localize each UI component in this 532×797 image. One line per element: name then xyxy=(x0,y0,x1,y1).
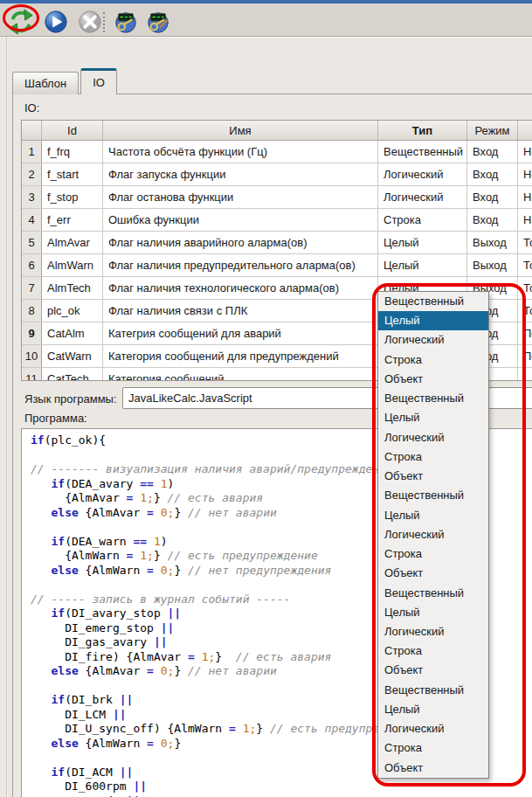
cell-name[interactable]: Флаг наличия аварийного аларма(ов) xyxy=(103,232,378,253)
dropdown-item[interactable]: Логический xyxy=(378,428,488,447)
cell-id[interactable]: f_frq xyxy=(42,141,103,163)
type-dropdown-list[interactable]: ВещественныйЦелыйЛогическийСтрокаОбъектВ… xyxy=(377,291,489,779)
function-tools-button[interactable] xyxy=(112,8,140,36)
dropdown-item[interactable]: Строка xyxy=(378,447,488,467)
cell-attr[interactable]: По xyxy=(518,345,532,367)
tab-bar: Шаблон IO xyxy=(12,68,119,94)
cell-name[interactable]: Флаг останова функции xyxy=(103,186,378,208)
dropdown-item[interactable]: Объект xyxy=(378,564,488,583)
dropdown-item[interactable]: Целый xyxy=(378,506,488,525)
cell-id[interactable]: AlmWarn xyxy=(42,254,103,276)
column-header[interactable]: Тип xyxy=(378,121,467,140)
cell-name[interactable]: Категория сообщений для предупреждений xyxy=(103,345,378,367)
cell-id[interactable]: CatTech xyxy=(42,368,103,381)
cell-type[interactable]: Логический xyxy=(378,186,467,208)
dropdown-item[interactable]: Вещественный xyxy=(378,389,488,408)
cell-id[interactable]: f_err xyxy=(42,209,103,231)
dropdown-item[interactable]: Строка xyxy=(378,350,488,370)
cell-type[interactable]: Целый xyxy=(378,232,467,253)
cell-type[interactable]: Вещественный xyxy=(378,141,467,163)
dropdown-item[interactable]: Логический xyxy=(378,330,488,350)
cell-id[interactable]: CatWarn xyxy=(42,345,103,367)
cell-id[interactable]: plc_ok xyxy=(42,300,103,322)
cell-name[interactable]: Флаг наличия технологического аларма(ов) xyxy=(103,277,378,299)
cell-attr[interactable]: То xyxy=(518,277,532,299)
function-edit-button[interactable] xyxy=(144,8,172,36)
column-header[interactable]: Имя xyxy=(103,121,378,140)
table-row[interactable]: 6AlmWarnФлаг наличия предупредительного … xyxy=(22,254,532,277)
dropdown-item[interactable]: Целый xyxy=(378,603,488,622)
cell-type[interactable]: Целый xyxy=(378,254,467,276)
cell-n: 9 xyxy=(22,322,42,344)
cell-attr[interactable]: То xyxy=(518,300,532,322)
cell-id[interactable]: CatAlm xyxy=(42,322,103,344)
dropdown-item[interactable]: Вещественный xyxy=(378,584,488,603)
cell-attr[interactable] xyxy=(518,368,532,381)
dropdown-item[interactable]: Логический xyxy=(378,719,488,738)
dropdown-item[interactable]: Целый xyxy=(378,311,488,330)
cell-id[interactable]: AlmAvar xyxy=(42,232,103,253)
cell-n: 8 xyxy=(22,300,42,322)
dropdown-item[interactable]: Целый xyxy=(378,700,488,719)
cell-id[interactable]: AlmTech xyxy=(42,277,103,299)
dropdown-item[interactable]: Вещественный xyxy=(378,292,488,311)
code-line: // ------- визуализация наличия аварий/п… xyxy=(31,462,420,477)
dropdown-item[interactable]: Объект xyxy=(378,467,488,486)
dropdown-item[interactable]: Вещественный xyxy=(378,681,488,700)
cell-name[interactable]: Категрия сообщений для аварий xyxy=(103,322,378,344)
dropdown-item[interactable]: Строка xyxy=(378,544,488,564)
cell-id[interactable]: f_start xyxy=(42,163,103,185)
cell-name[interactable]: Флаг запуска функции xyxy=(103,163,378,185)
column-header[interactable] xyxy=(518,121,532,140)
table-row[interactable]: 3f_stopФлаг останова функцииЛогическийВх… xyxy=(22,186,532,209)
cell-n: 11 xyxy=(22,368,42,381)
cell-mode[interactable]: Вход xyxy=(467,141,518,163)
table-row[interactable]: 2f_startФлаг запуска функцииЛогическийВх… xyxy=(22,163,532,186)
cell-mode[interactable]: Выход xyxy=(467,254,518,276)
column-header[interactable]: Режим xyxy=(467,121,518,140)
cell-type[interactable]: Логический xyxy=(378,163,467,185)
table-row[interactable]: 5AlmAvarФлаг наличия аварийного аларма(о… xyxy=(22,232,532,254)
run-button[interactable] xyxy=(42,8,70,36)
cell-n: 5 xyxy=(22,232,42,253)
cell-attr[interactable]: Не xyxy=(518,186,532,208)
column-header[interactable]: Id xyxy=(42,121,103,140)
dropdown-item[interactable]: Объект xyxy=(378,661,488,680)
table-row[interactable]: 1f_frqЧастота обсчёта функции (Гц)Вещест… xyxy=(22,141,532,163)
dropdown-item[interactable]: Логический xyxy=(378,525,488,544)
dropdown-item[interactable]: Объект xyxy=(378,370,488,389)
refresh-button[interactable] xyxy=(7,8,35,36)
tab-io[interactable]: IO xyxy=(80,68,117,94)
table-row[interactable]: 4f_errОшибка функцииСтрокаВходНе xyxy=(22,209,532,232)
column-header[interactable] xyxy=(22,121,42,140)
dropdown-item[interactable]: Строка xyxy=(378,738,488,758)
dropdown-item[interactable]: Объект xyxy=(378,759,488,778)
cell-name[interactable]: Флаг наличия связи с ПЛК xyxy=(103,300,378,322)
cell-type[interactable]: Строка xyxy=(378,209,467,231)
dropdown-item[interactable]: Целый xyxy=(378,408,488,427)
cell-attr[interactable]: Не xyxy=(518,141,532,163)
cell-name[interactable]: Категория сообщений xyxy=(103,368,378,381)
cell-attr[interactable]: Не xyxy=(518,209,532,231)
cell-mode[interactable]: Вход xyxy=(467,186,518,208)
stop-button[interactable] xyxy=(76,8,104,36)
cell-n: 7 xyxy=(22,277,42,299)
tab-template[interactable]: Шаблон xyxy=(12,72,79,94)
cell-mode[interactable]: Вход xyxy=(467,163,518,185)
cell-name[interactable]: Частота обсчёта функции (Гц) xyxy=(103,141,378,163)
code-line: else {AlmAvar = 0;} // нет аварии xyxy=(31,664,420,679)
dropdown-item[interactable]: Вещественный xyxy=(378,486,488,505)
code-line xyxy=(31,679,420,694)
code-line xyxy=(31,751,420,766)
cell-name[interactable]: Ошибка функции xyxy=(103,209,378,231)
cell-attr[interactable]: По xyxy=(518,322,532,344)
cell-mode[interactable]: Вход xyxy=(467,209,518,231)
cell-attr[interactable]: Не xyxy=(518,163,532,185)
cell-name[interactable]: Флаг наличия предупредительного аларма(о… xyxy=(103,254,378,276)
cell-attr[interactable]: То xyxy=(518,232,532,253)
cell-id[interactable]: f_stop xyxy=(42,186,103,208)
cell-attr[interactable]: То xyxy=(518,254,532,276)
cell-mode[interactable]: Выход xyxy=(467,232,518,253)
dropdown-item[interactable]: Логический xyxy=(378,622,488,641)
dropdown-item[interactable]: Строка xyxy=(378,641,488,661)
